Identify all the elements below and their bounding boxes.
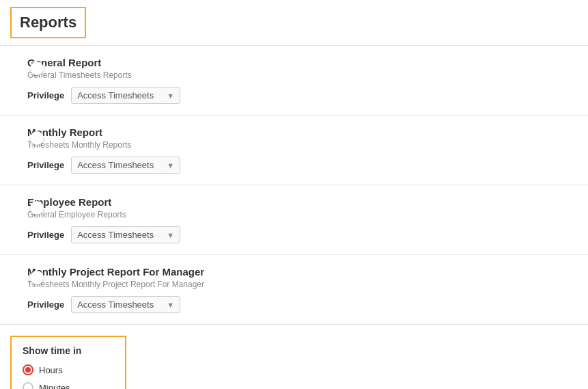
radio-item-minutes[interactable]: Minutes [23,382,111,389]
privilege-label-general: Privilege [27,90,64,100]
report-title-monthly: Monthly Report [27,126,574,138]
report-subtitle-employee: General Employee Reports [27,210,574,219]
page-container: Reports General Report General Timesheet… [0,0,588,389]
radio-minutes[interactable] [23,382,33,389]
radio-label-minutes: Minutes [39,383,70,390]
chevron-down-icon: ▼ [167,161,174,170]
privilege-row-general: Privilege Access Timesheets ▼ [27,87,574,104]
report-info-employee: Employee Report General Employee Reports… [27,196,574,243]
privilege-select-general[interactable]: Access Timesheets ▼ [71,87,180,104]
report-title-employee: Employee Report [27,196,574,208]
radio-hours[interactable] [23,364,33,375]
privilege-row-employee: Privilege Access Timesheets ▼ [27,226,574,243]
report-title-monthly-project: Monthly Project Report For Manager [27,266,574,278]
report-info-monthly-project: Monthly Project Report For Manager Times… [27,266,574,313]
report-row-monthly: Monthly Report Timesheets Monthly Report… [0,116,588,185]
report-info-monthly: Monthly Report Timesheets Monthly Report… [27,126,574,174]
privilege-select-employee[interactable]: Access Timesheets ▼ [71,226,180,243]
report-info-general: General Report General Timesheets Report… [27,57,574,104]
report-subtitle-monthly-project: Timesheets Monthly Project Report For Ma… [27,280,574,289]
privilege-select-monthly-project[interactable]: Access Timesheets ▼ [71,296,180,313]
privilege-row-monthly-project: Privilege Access Timesheets ▼ [27,296,574,313]
page-title: Reports [10,7,86,38]
report-row-employee: Employee Report General Employee Reports… [0,185,588,255]
chevron-down-icon: ▼ [167,231,174,239]
privilege-label-monthly: Privilege [27,160,64,170]
show-time-title: Show time in [23,345,111,356]
report-title-general: General Report [27,57,574,68]
chevron-down-icon: ▼ [167,301,174,309]
show-time-section: Show time in Hours Minutes [10,336,126,389]
chevron-down-icon: ▼ [167,92,174,100]
report-subtitle-general: General Timesheets Reports [27,70,574,80]
report-row-monthly-project: Monthly Project Report For Manager Times… [0,255,588,325]
radio-label-hours: Hours [39,365,63,375]
radio-group-time: Hours Minutes [23,364,111,389]
privilege-row-monthly: Privilege Access Timesheets ▼ [27,157,574,174]
radio-item-hours[interactable]: Hours [23,364,111,375]
report-rows: General Report General Timesheets Report… [0,45,588,325]
report-row-general: General Report General Timesheets Report… [0,46,588,116]
privilege-select-monthly[interactable]: Access Timesheets ▼ [71,157,180,174]
privilege-label-employee: Privilege [27,230,64,240]
report-subtitle-monthly: Timesheets Monthly Reports [27,140,574,150]
privilege-label-monthly-project: Privilege [27,299,64,310]
